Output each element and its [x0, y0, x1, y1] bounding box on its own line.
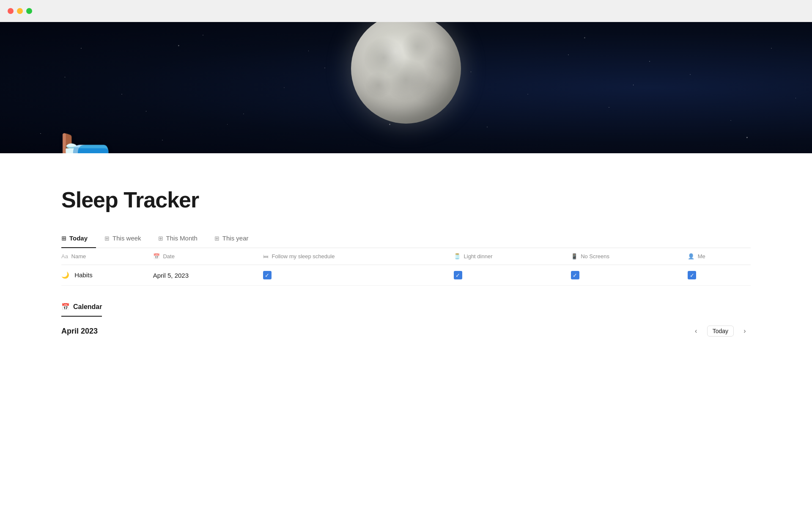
col-light-dinner: 🫙 Light dinner: [447, 248, 564, 265]
checkbox-sleep-schedule[interactable]: ✓: [263, 271, 272, 279]
cell-me[interactable]: ✓: [681, 265, 751, 286]
main-content: Sleep Tracker ⊞ Today ⊞ This week ⊞ This…: [0, 153, 812, 354]
table-row: 🌙 Habits April 5, 2023 ✓ ✓ ✓ ✓: [61, 265, 751, 286]
page-title: Sleep Tracker: [61, 187, 751, 213]
maximize-button[interactable]: [26, 8, 32, 14]
tab-month-icon: ⊞: [158, 235, 163, 242]
checkbox-me[interactable]: ✓: [688, 271, 696, 279]
col-me-icon: 👤: [688, 253, 694, 260]
calendar-month-label: April 2023: [61, 327, 98, 336]
col-sleep-icon: 🛏: [263, 253, 269, 260]
row-moon-icon: 🌙: [61, 271, 69, 279]
tab-this-week[interactable]: ⊞ This week: [96, 229, 150, 248]
tab-this-year[interactable]: ⊞ This year: [206, 229, 257, 248]
tab-year-icon: ⊞: [214, 235, 219, 242]
hero-banner: 🛏️: [0, 22, 812, 153]
col-dinner-icon: 🫙: [454, 253, 461, 260]
data-table: Aa Name 📅 Date 🛏 Follow my sleep schedul…: [61, 248, 751, 286]
checkbox-light-dinner[interactable]: ✓: [454, 271, 462, 279]
titlebar: [0, 0, 812, 22]
col-sleep-schedule: 🛏 Follow my sleep schedule: [256, 248, 447, 265]
view-tabs: ⊞ Today ⊞ This week ⊞ This Month ⊞ This …: [61, 229, 751, 248]
calendar-prev-button[interactable]: ‹: [690, 325, 702, 337]
tab-week-icon: ⊞: [104, 235, 110, 242]
col-date-icon: 📅: [153, 253, 160, 260]
col-no-screens: 📱 No Screens: [564, 248, 681, 265]
calendar-tab-icon: 📅: [61, 303, 70, 311]
col-me: 👤 Me: [681, 248, 751, 265]
tab-today[interactable]: ⊞ Today: [61, 229, 96, 248]
col-name-icon: Aa: [61, 253, 68, 260]
cell-sleep-schedule[interactable]: ✓: [256, 265, 447, 286]
bed-emoji: 🛏️: [59, 115, 112, 153]
col-name: Aa Name: [61, 248, 146, 265]
habits-table: Aa Name 📅 Date 🛏 Follow my sleep schedul…: [61, 248, 751, 286]
calendar-today-button[interactable]: Today: [707, 326, 734, 337]
cell-light-dinner[interactable]: ✓: [447, 265, 564, 286]
calendar-section: 📅 Calendar April 2023 ‹ Today ›: [61, 303, 751, 337]
cell-date: April 5, 2023: [146, 265, 256, 286]
tab-today-icon: ⊞: [61, 235, 66, 242]
close-button[interactable]: [8, 8, 14, 14]
col-date: 📅 Date: [146, 248, 256, 265]
table-header-row: Aa Name 📅 Date 🛏 Follow my sleep schedul…: [61, 248, 751, 265]
calendar-navigation: ‹ Today ›: [690, 325, 751, 337]
calendar-tab[interactable]: 📅 Calendar: [61, 303, 102, 317]
checkbox-no-screens[interactable]: ✓: [571, 271, 579, 279]
minimize-button[interactable]: [17, 8, 23, 14]
col-screens-icon: 📱: [571, 253, 578, 260]
calendar-next-button[interactable]: ›: [739, 325, 751, 337]
cell-no-screens[interactable]: ✓: [564, 265, 681, 286]
cell-name: 🌙 Habits: [61, 265, 146, 286]
calendar-header: April 2023 ‹ Today ›: [61, 325, 751, 337]
tab-this-month[interactable]: ⊞ This Month: [150, 229, 206, 248]
